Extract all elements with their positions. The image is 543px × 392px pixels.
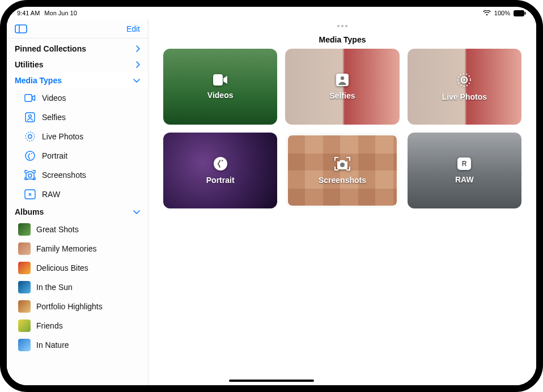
- sidebar-section-label: Pinned Collections: [15, 44, 86, 53]
- card-overlay: Screenshots: [288, 135, 396, 206]
- sidebar-item-videos[interactable]: Videos: [12, 88, 148, 108]
- sidebar-album-in-the-sun[interactable]: In the Sun: [7, 278, 148, 297]
- svg-point-11: [28, 174, 32, 177]
- screen: 9:41 AM Mon Jun 10 100%: [7, 7, 536, 385]
- sidebar-item-label: In Nature: [36, 340, 69, 350]
- card-overlay: R RAW: [408, 133, 521, 208]
- ipad-device-frame: 9:41 AM Mon Jun 10 100%: [0, 0, 543, 392]
- sidebar-section-pinned-collections[interactable]: Pinned Collections: [7, 41, 148, 57]
- sidebar-section-albums[interactable]: Albums: [7, 204, 148, 220]
- screenshots-icon: [24, 169, 36, 181]
- album-thumb-icon: [18, 281, 31, 293]
- sidebar-album-family-memories[interactable]: Family Memories: [7, 239, 148, 258]
- multitask-indicator[interactable]: [149, 19, 536, 33]
- portrait-icon: [24, 150, 36, 162]
- sidebar-media-types-list: Videos Selfies Live Photos: [7, 88, 148, 204]
- sidebar-item-raw[interactable]: R RAW: [12, 185, 148, 204]
- sidebar-album-friends[interactable]: Friends: [7, 316, 148, 335]
- card-label: Selfies: [329, 91, 355, 100]
- svg-point-20: [214, 157, 227, 171]
- sidebar-album-great-shots[interactable]: Great Shots: [7, 220, 148, 239]
- live-photos-icon: [24, 130, 36, 143]
- album-thumb-icon: [18, 223, 31, 236]
- sidebar-item-label: Live Photos: [42, 132, 83, 141]
- edit-button[interactable]: Edit: [126, 24, 140, 33]
- status-right: 100%: [483, 10, 526, 16]
- sidebar-item-label: Portrait: [42, 151, 67, 160]
- sidebar-album-in-nature[interactable]: In Nature: [7, 335, 148, 355]
- svg-point-16: [341, 76, 344, 80]
- svg-point-8: [26, 132, 35, 141]
- sidebar-item-portrait[interactable]: Portrait: [12, 146, 148, 165]
- sidebar-toggle-icon[interactable]: [15, 24, 27, 33]
- live-photos-icon: [456, 72, 472, 90]
- card-screenshots[interactable]: Screenshots: [285, 133, 399, 208]
- sidebar-item-label: Delicious Bites: [36, 263, 88, 272]
- sidebar-section-label: Media Types: [15, 76, 62, 85]
- sidebar-item-live-photos[interactable]: Live Photos: [12, 127, 148, 146]
- card-videos[interactable]: Videos: [163, 49, 277, 125]
- album-thumb-icon: [18, 242, 31, 255]
- card-label: RAW: [455, 175, 474, 184]
- svg-rect-0: [514, 10, 524, 16]
- svg-point-21: [222, 160, 223, 162]
- sidebar: Edit Pinned Collections Utilities: [7, 19, 149, 385]
- card-overlay: Selfies: [285, 49, 399, 125]
- sidebar-item-label: Screenshots: [42, 171, 86, 180]
- sidebar-item-label: Portfolio Highlights: [36, 302, 103, 311]
- sidebar-album-delicious-bites[interactable]: Delicious Bites: [7, 258, 148, 278]
- status-time: 9:41 AM: [17, 10, 40, 16]
- card-live-photos[interactable]: Live Photos: [408, 49, 521, 125]
- selfies-icon: [336, 73, 349, 89]
- sidebar-album-portfolio-highlights[interactable]: Portfolio Highlights: [7, 297, 148, 316]
- chevron-right-icon: [135, 61, 140, 68]
- sidebar-section-utilities[interactable]: Utilities: [7, 57, 148, 73]
- content-area: Edit Pinned Collections Utilities: [7, 19, 536, 385]
- sidebar-list[interactable]: Pinned Collections Utilities Media Types: [7, 39, 148, 385]
- battery-icon: [514, 10, 526, 16]
- card-label: Videos: [207, 91, 234, 100]
- card-portrait[interactable]: Portrait: [163, 133, 277, 208]
- sidebar-item-label: Videos: [42, 93, 66, 103]
- portrait-icon: [213, 156, 228, 173]
- card-overlay: Live Photos: [408, 49, 521, 125]
- sidebar-header: Edit: [7, 19, 148, 39]
- chevron-down-icon: [133, 210, 140, 214]
- album-thumb-icon: [18, 319, 31, 332]
- video-icon: [213, 74, 228, 88]
- card-overlay: Videos: [163, 49, 277, 125]
- svg-point-22: [340, 163, 345, 167]
- multitask-dots-icon: [337, 25, 347, 27]
- sidebar-item-label: In the Sun: [36, 283, 73, 292]
- sidebar-item-screenshots[interactable]: Screenshots: [12, 165, 148, 185]
- home-indicator[interactable]: [229, 380, 314, 382]
- selfies-icon: [24, 111, 36, 123]
- card-selfies[interactable]: Selfies: [285, 49, 399, 125]
- status-battery-percent: 100%: [494, 10, 510, 16]
- album-thumb-icon: [18, 339, 31, 351]
- card-label: Live Photos: [442, 92, 487, 101]
- card-overlay: Portrait: [163, 133, 277, 208]
- card-label: Portrait: [206, 176, 235, 185]
- sidebar-item-selfies[interactable]: Selfies: [12, 108, 148, 127]
- page-title: Media Types: [149, 33, 536, 49]
- status-date: Mon Jun 10: [44, 10, 77, 16]
- wifi-icon: [483, 10, 491, 16]
- media-types-grid: Videos Selfies: [149, 49, 536, 208]
- card-raw[interactable]: R RAW: [408, 133, 521, 208]
- sidebar-item-label: Friends: [36, 321, 63, 330]
- sidebar-item-label: Family Memories: [36, 244, 97, 253]
- svg-text:R: R: [28, 193, 31, 197]
- svg-rect-14: [213, 74, 223, 86]
- chevron-down-icon: [133, 78, 140, 83]
- sidebar-item-label: RAW: [42, 190, 60, 199]
- sidebar-section-label: Albums: [15, 207, 44, 216]
- svg-point-7: [28, 135, 32, 138]
- sidebar-section-media-types[interactable]: Media Types: [7, 73, 148, 88]
- raw-icon: R: [457, 157, 472, 173]
- svg-rect-4: [25, 95, 32, 101]
- status-left: 9:41 AM Mon Jun 10: [17, 10, 77, 16]
- svg-point-18: [463, 79, 465, 81]
- svg-point-6: [29, 115, 32, 118]
- chevron-right-icon: [135, 45, 140, 52]
